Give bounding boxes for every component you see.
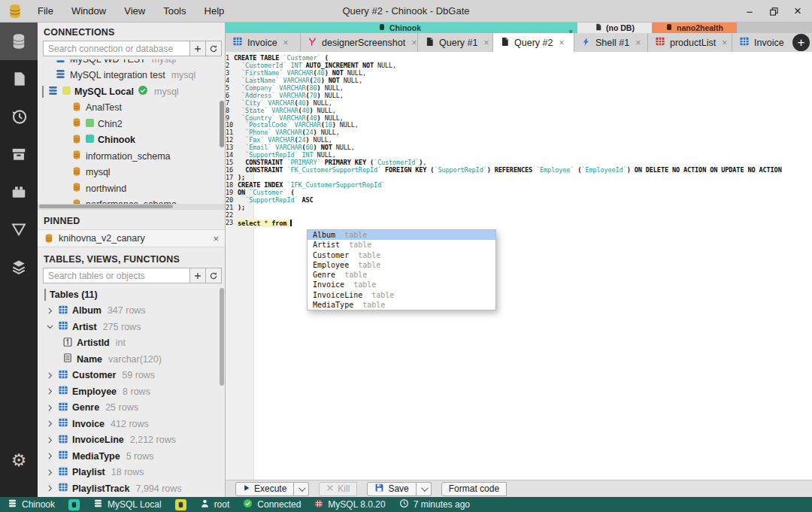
database-item[interactable]: AnalTest [38,100,225,117]
minimize-button[interactable]: − [743,5,756,18]
database-item[interactable]: information_schema [38,148,225,165]
table-item[interactable]: Genre25 rows [38,400,225,417]
menu-help[interactable]: Help [197,2,232,20]
connections-vertical-scrollbar[interactable] [220,101,224,147]
filter-icon[interactable] [0,211,38,248]
column-item[interactable]: ArtistIdint [38,335,225,352]
tree-group-tables[interactable]: Tables (11) [38,286,225,303]
tab-productlist[interactable]: productList× [648,33,732,52]
statusbar-user[interactable]: root [200,498,230,510]
statusbar-connection[interactable]: MySQL Local [93,498,162,510]
maximize-button[interactable] [767,5,780,18]
tab-query-2[interactable]: Query #2× [493,33,574,52]
chevron-right-icon [45,420,54,429]
close-button[interactable]: × [791,5,804,18]
pinned-item[interactable]: knihovna_v2_canary × [38,229,225,247]
table-item[interactable]: PlaylistTrack7,994 rows [38,480,225,497]
refresh-connections-button[interactable] [206,41,222,56]
tab-group-chinook[interactable]: Chinook× [226,23,577,33]
sql-editor[interactable]: 1CREATE TABLE `Customer` (2 `CustomerId`… [226,52,812,480]
save-button[interactable]: Save [367,482,416,496]
table-item[interactable]: Employee8 rows [38,383,225,400]
connection-item[interactable]: MySQL WD TESTmysql [38,59,225,68]
statusbar-user-label: root [214,499,230,510]
tab-shell-1[interactable]: Shell #1× [574,33,648,52]
connection-item[interactable]: MySQL Localmysql [38,83,225,100]
objects-vertical-scrollbar[interactable] [220,288,224,386]
connections-search-input[interactable] [43,41,190,56]
tab-group-nano2health[interactable]: nano2health [652,23,737,33]
table-item[interactable]: Artist275 rows [38,319,225,335]
table-item[interactable]: MediaType5 rows [38,448,225,465]
autocomplete-item-invoiceline[interactable]: InvoiceLine table [308,290,495,300]
statusbar-database-color[interactable] [68,499,80,510]
table-label: Playlist [72,467,105,477]
tab-group--no-db-[interactable]: (no DB) [577,23,652,33]
plugins-icon[interactable] [0,173,38,211]
database-label: mysql [86,167,111,177]
tab-invoice[interactable]: Invoice× [226,33,301,52]
table-item[interactable]: InvoiceLine2,212 rows [38,432,225,449]
add-connection-button[interactable] [190,41,206,56]
autocomplete-item-genre[interactable]: Genre table [308,270,495,280]
new-tab-button[interactable]: + [792,34,810,51]
menu-file[interactable]: File [30,2,61,20]
execute-dropdown-button[interactable] [294,482,309,496]
table-item[interactable]: Invoice412 rows [38,416,225,432]
database-item[interactable]: northwind [38,180,225,197]
connections-horizontal-scrollbar[interactable] [38,204,225,209]
settings-icon[interactable]: ⚙ [0,441,38,479]
autocomplete-kind-label: table [344,271,367,279]
database-item[interactable]: Chin2 [38,116,225,132]
statusbar-connection-color[interactable] [175,499,186,510]
column-label: Name [77,354,102,365]
table-icon [58,450,68,462]
autocomplete-item-invoice[interactable]: Invoice table [308,280,495,289]
row-count-label: 5 rows [124,451,154,462]
code-line: 18CREATE INDEX `IFK_CustomerSupportRepId… [226,182,812,189]
color-badge [86,135,94,145]
autocomplete-item-album[interactable]: Album table [308,230,495,240]
save-dropdown-button[interactable] [417,482,432,496]
tab-query-1[interactable]: Query #1× [418,33,493,52]
menu-tools[interactable]: Tools [156,2,193,20]
archive-icon[interactable] [0,135,38,173]
table-item[interactable]: Playlist18 rows [38,465,225,481]
autocomplete-item-mediatype[interactable]: MediaType table [308,300,495,310]
connection-item[interactable]: MySQL integration testmysql [38,68,225,84]
add-object-button[interactable] [190,268,206,283]
table-item[interactable]: Customer59 rows [38,368,225,384]
refresh-objects-button[interactable] [206,268,222,283]
unpin-close-icon[interactable]: × [213,233,219,244]
execute-button[interactable]: Execute [235,482,294,496]
database-label: Chin2 [98,119,123,129]
menu-window[interactable]: Window [64,2,114,20]
database-icon[interactable] [0,23,38,60]
kill-button[interactable]: Kill [319,482,357,496]
database-item[interactable]: mysql [38,165,225,181]
statusbar-server-version[interactable]: MySQL 8.0.20 [314,499,385,510]
database-label: northwind [86,183,126,194]
code-text [233,212,241,220]
statusbar-last-refresh[interactable]: 7 minutes ago [399,498,470,510]
menu-view[interactable]: View [117,2,153,20]
objects-search-input[interactable] [43,268,190,283]
history-icon[interactable] [0,98,38,135]
connected-check-icon [138,85,148,98]
statusbar-connection-status[interactable]: Connected [243,498,301,510]
autocomplete-item-employee[interactable]: Employee table [308,260,495,270]
statusbar-database[interactable]: Chinook [8,498,55,510]
database-item[interactable]: Chinook [38,132,225,149]
files-icon[interactable] [0,60,38,98]
autocomplete-item-customer[interactable]: Customer table [308,250,495,260]
connection-label: MySQL Local [74,86,134,97]
statusbar-connection-color [175,499,186,510]
layers-icon[interactable] [0,248,38,286]
menu-bar: FileWindowViewToolsHelp Query #2 - Chino… [0,0,812,23]
format-code-button[interactable]: Format code [441,482,507,496]
tab-designerscreenshot[interactable]: designerScreenshot× [301,33,418,52]
table-item[interactable]: Album347 rows [38,303,225,320]
column-item[interactable]: Namevarchar(120) [38,351,225,368]
statusbar-last-refresh-label: 7 minutes ago [414,499,470,510]
autocomplete-item-artist[interactable]: Artist table [308,240,495,250]
